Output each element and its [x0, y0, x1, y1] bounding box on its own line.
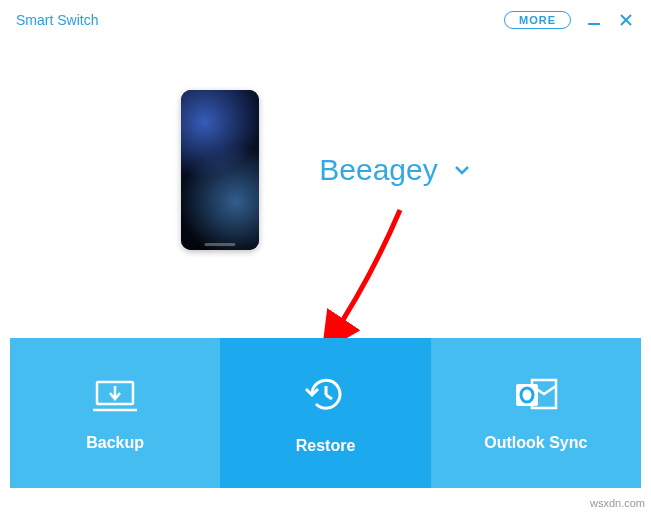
svg-line-7: [326, 395, 332, 399]
phone-thumbnail: [181, 90, 259, 250]
close-button[interactable]: [617, 11, 635, 29]
action-row: Backup Restore Outlook Sync: [10, 338, 641, 488]
more-button[interactable]: MORE: [504, 11, 571, 29]
minimize-button[interactable]: [585, 11, 603, 29]
titlebar: Smart Switch MORE: [0, 0, 651, 40]
device-area: Beeagey: [0, 40, 651, 280]
close-icon: [619, 13, 633, 27]
device-selector[interactable]: Beeagey: [319, 153, 469, 187]
watermark: wsxdn.com: [590, 497, 645, 509]
backup-button[interactable]: Backup: [10, 338, 220, 488]
outlook-label: Outlook Sync: [484, 434, 587, 452]
backup-label: Backup: [86, 434, 144, 452]
outlook-icon: [512, 374, 560, 418]
app-title: Smart Switch: [16, 12, 98, 28]
chevron-down-icon: [454, 161, 470, 179]
backup-icon: [91, 374, 139, 418]
titlebar-controls: MORE: [504, 11, 635, 29]
minimize-icon: [587, 13, 601, 27]
device-name-label: Beeagey: [319, 153, 437, 187]
restore-button[interactable]: Restore: [220, 338, 430, 488]
outlook-sync-button[interactable]: Outlook Sync: [431, 338, 641, 488]
restore-icon: [302, 371, 348, 421]
restore-label: Restore: [296, 437, 356, 455]
